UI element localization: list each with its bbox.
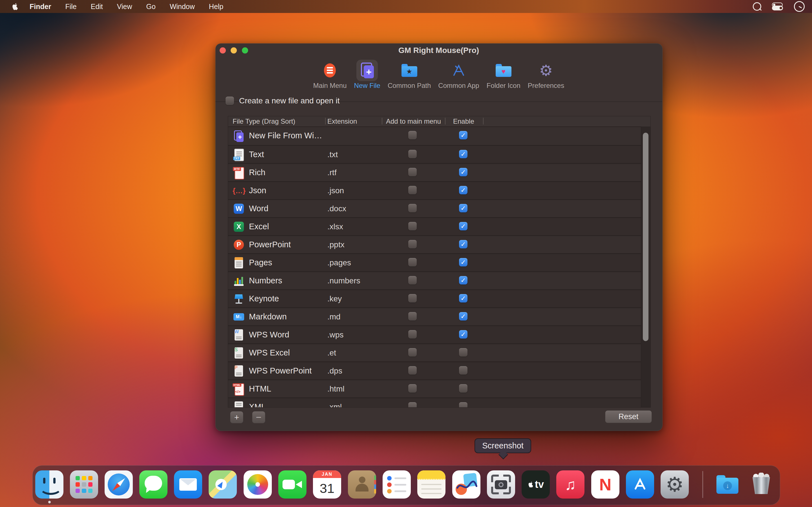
menu-item-edit[interactable]: Edit [84,0,110,13]
table-row[interactable]: RTF Rich .rtf [228,163,651,181]
enable-checkbox[interactable] [459,402,467,407]
table-row[interactable]: HTML</> HTML .html [228,379,651,397]
scrollbar-thumb[interactable] [643,133,649,341]
create-file-checkbox[interactable] [225,97,234,105]
search-icon[interactable] [753,2,761,11]
add-to-main-menu-checkbox[interactable] [408,384,417,393]
table-row[interactable]: S WPS Excel .et [228,343,651,361]
tab-foldericon[interactable]: ♥Folder Icon [487,58,520,90]
dock-calendar-icon[interactable]: JAN31 [313,470,341,499]
table-row[interactable]: XML .xml [228,397,651,407]
dock-photos-icon[interactable] [244,470,272,499]
enable-checkbox[interactable] [459,294,467,302]
add-to-main-menu-checkbox[interactable] [408,168,417,176]
dock-notes-icon[interactable] [417,470,446,499]
add-to-main-menu-checkbox[interactable] [408,240,417,248]
enable-checkbox[interactable] [459,150,467,158]
tab-newfile[interactable]: +New File [354,58,380,90]
enable-checkbox[interactable] [459,240,467,248]
dock-news-icon[interactable]: N [591,470,619,499]
add-to-main-menu-checkbox[interactable] [408,258,417,267]
table-row[interactable]: W Word .docx [228,199,651,217]
add-to-main-menu-checkbox[interactable] [408,312,417,321]
add-to-main-menu-checkbox[interactable] [408,150,417,158]
dock-mail-icon[interactable] [174,470,202,499]
dock-reminders-icon[interactable] [383,470,411,499]
add-to-main-menu-checkbox[interactable] [408,186,417,194]
table-row[interactable]: P PowerPoint .pptx [228,235,651,253]
dock-downloads-icon[interactable]: ↓ [713,470,742,499]
dock-settings-icon[interactable]: ⚙ [661,470,689,499]
enable-checkbox[interactable] [459,276,467,284]
dock-messages-icon[interactable] [139,470,167,499]
apple-menu-icon[interactable] [11,2,18,11]
enable-checkbox[interactable] [459,384,467,393]
dock-launchpad-icon[interactable] [70,470,98,499]
table-row[interactable]: M↓ Markdown .md [228,307,651,325]
control-center-icon[interactable] [772,2,783,11]
add-to-main-menu-checkbox[interactable] [408,276,417,284]
dock-safari-icon[interactable] [105,470,133,499]
file-extension: .pages [327,258,351,267]
table-row[interactable]: Numbers .numbers [228,271,651,289]
dock-music-icon[interactable]: ♫ [556,470,585,499]
enable-checkbox[interactable] [459,258,467,267]
add-to-main-menu-checkbox[interactable] [408,204,417,212]
enable-checkbox[interactable] [459,131,467,139]
tab-mainmenu[interactable]: Main Menu [313,58,347,90]
table-row[interactable]: + New File From Wi… [228,127,651,145]
dock-trash-icon[interactable] [747,470,775,499]
add-to-main-menu-checkbox[interactable] [408,366,417,375]
menu-item-finder[interactable]: Finder [22,0,58,13]
enable-checkbox[interactable] [459,204,467,212]
column-add-to-main-menu: Add to main menu [386,117,441,125]
add-to-main-menu-checkbox[interactable] [408,348,417,356]
enable-checkbox[interactable] [459,348,467,356]
dock-freeform-icon[interactable] [452,470,480,499]
table-row[interactable]: P WPS PowerPoint .dps [228,361,651,379]
scrollbar-track[interactable] [641,126,651,407]
tab-commonapp[interactable]: Common App [438,58,479,90]
add-to-main-menu-checkbox[interactable] [408,402,417,407]
enable-checkbox[interactable] [459,168,467,176]
menu-item-view[interactable]: View [110,0,139,13]
enable-checkbox[interactable] [459,330,467,339]
table-row[interactable]: Pages .pages [228,253,651,271]
dock-screenshot-icon[interactable] [487,470,515,499]
add-to-main-menu-checkbox[interactable] [408,294,417,302]
tab-commonpath[interactable]: ★Common Path [388,58,431,90]
table-row[interactable]: X Excel .xlsx [228,217,651,235]
table-row[interactable]: W WPS Word .wps [228,325,651,343]
enable-checkbox[interactable] [459,312,467,321]
table-row[interactable]: {…} Json .json [228,181,651,199]
tab-label: New File [354,82,380,90]
dock-contacts-icon[interactable] [348,470,376,499]
column-extension: Extension [327,117,357,125]
menu-item-file[interactable]: File [58,0,84,13]
reset-button[interactable]: Reset [605,410,652,423]
add-to-main-menu-checkbox[interactable] [408,131,417,139]
enable-checkbox[interactable] [459,222,467,230]
folder-heart-icon: ♥ [496,64,511,77]
dock-facetime-icon[interactable] [278,470,306,499]
json-file-icon: {…} [233,184,245,197]
table-row[interactable]: TXT Text .txt [228,145,651,163]
dock-maps-icon[interactable] [209,470,237,499]
remove-file-type-button[interactable]: − [252,411,265,424]
add-to-main-menu-checkbox[interactable] [408,330,417,339]
enable-checkbox[interactable] [459,366,467,375]
add-file-type-button[interactable]: + [230,411,243,424]
create-file-label: Create a new file and open it [239,96,340,105]
create-file-row: Create a new file and open it [225,96,340,105]
table-row[interactable]: Keynote .key [228,289,651,307]
dock-tv-icon[interactable]: tv [522,470,550,499]
clock-icon[interactable] [794,1,805,12]
tab-preferences[interactable]: ⚙Preferences [528,58,564,90]
add-to-main-menu-checkbox[interactable] [408,222,417,230]
menu-item-window[interactable]: Window [163,0,202,13]
dock-finder-icon[interactable] [35,470,63,499]
menu-item-help[interactable]: Help [202,0,231,13]
menu-item-go[interactable]: Go [139,0,163,13]
dock-appstore-icon[interactable] [626,470,654,499]
enable-checkbox[interactable] [459,186,467,194]
